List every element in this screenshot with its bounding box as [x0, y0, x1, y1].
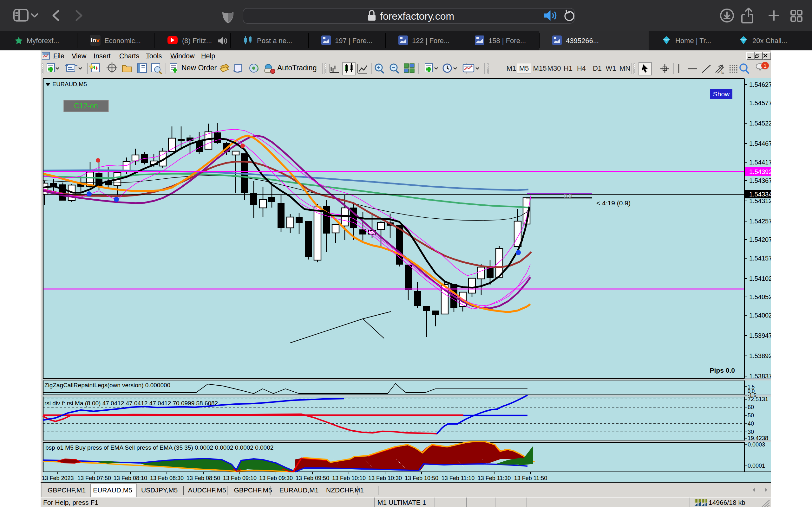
svg-text:0.0001: 0.0001 — [748, 463, 765, 469]
svg-text:1.54417: 1.54417 — [749, 159, 771, 166]
svg-text:M15: M15 — [533, 64, 547, 72]
svg-text:GBPCHF,M5: GBPCHF,M5 — [234, 487, 272, 494]
svg-text:Show: Show — [713, 90, 730, 98]
svg-text:13 Feb 08:10: 13 Feb 08:10 — [113, 475, 147, 481]
svg-text:60: 60 — [748, 404, 754, 410]
svg-text:13 Feb 11:30: 13 Feb 11:30 — [478, 475, 511, 481]
svg-text:New Order: New Order — [182, 64, 217, 72]
svg-text:13 Feb 11:10: 13 Feb 11:10 — [442, 475, 475, 481]
svg-text:0.9: 0.9 — [564, 193, 572, 199]
svg-text:1: 1 — [763, 63, 767, 69]
svg-text:rsi div f: rsi Ma (8.00) 47.04: rsi div f: rsi Ma (8.00) 47.0412 47.0412… — [44, 400, 218, 406]
svg-text:72.5131: 72.5131 — [748, 396, 768, 402]
svg-text:1.53892: 1.53892 — [749, 352, 771, 359]
svg-text:1.54334: 1.54334 — [749, 191, 771, 198]
svg-text:13 Feb 09:30: 13 Feb 09:30 — [259, 475, 293, 481]
svg-text:D1: D1 — [593, 64, 602, 72]
svg-text:1.54312: 1.54312 — [749, 198, 771, 205]
svg-text:1.53947: 1.53947 — [749, 332, 771, 339]
svg-text:H1: H1 — [564, 64, 572, 72]
svg-text:M30: M30 — [548, 64, 561, 72]
svg-text:1.54052: 1.54052 — [749, 293, 771, 300]
svg-text:13 Feb 2023: 13 Feb 2023 — [42, 475, 73, 481]
svg-text:1.54002: 1.54002 — [749, 312, 771, 319]
svg-text:13 Feb 09:10: 13 Feb 09:10 — [223, 475, 257, 481]
svg-text:C12-on: C12-on — [74, 102, 98, 110]
svg-text:13 Feb 09:50: 13 Feb 09:50 — [296, 475, 329, 481]
svg-text:0.0003: 0.0003 — [748, 441, 765, 448]
svg-text:40: 40 — [748, 420, 754, 427]
svg-text:E: E — [721, 70, 724, 75]
svg-text:< 4:19 (0.9): < 4:19 (0.9) — [596, 199, 630, 207]
svg-text:GBPCHF,M1: GBPCHF,M1 — [48, 487, 86, 494]
svg-text:1.54257: 1.54257 — [749, 218, 771, 225]
svg-text:M5: M5 — [519, 64, 529, 72]
svg-text:13 Feb 08:30: 13 Feb 08:30 — [150, 475, 184, 481]
svg-text:AutoTrading: AutoTrading — [277, 64, 316, 72]
svg-text:1.54522: 1.54522 — [749, 120, 771, 127]
svg-text:1.54392: 1.54392 — [749, 168, 771, 175]
svg-text:13 Feb 10:50: 13 Feb 10:50 — [405, 475, 438, 481]
svg-text:1.54102: 1.54102 — [749, 275, 771, 282]
svg-text:1.54627: 1.54627 — [749, 81, 771, 88]
svg-text:1.54367: 1.54367 — [749, 177, 771, 184]
svg-text:M1: M1 — [507, 64, 516, 72]
svg-text:EURAUD,M1: EURAUD,M1 — [280, 487, 319, 494]
svg-text:EURAUD,M5: EURAUD,M5 — [93, 487, 132, 494]
svg-text:13 Feb 10:10: 13 Feb 10:10 — [332, 475, 366, 481]
svg-text:13 Feb 11:50: 13 Feb 11:50 — [514, 475, 548, 481]
svg-text:13 Feb 07:50: 13 Feb 07:50 — [78, 475, 111, 481]
svg-text:Pips 0.0: Pips 0.0 — [710, 367, 735, 374]
svg-text:30: 30 — [748, 429, 754, 435]
svg-text:W1: W1 — [606, 64, 616, 72]
svg-text:50: 50 — [748, 412, 754, 418]
svg-text:1.53837: 1.53837 — [749, 373, 771, 380]
svg-text:bsp o1 M5 Buy press of EMA Sel: bsp o1 M5 Buy press of EMA Sell press of… — [45, 444, 273, 451]
svg-text:1.54467: 1.54467 — [749, 140, 771, 147]
svg-text:MN: MN — [619, 64, 630, 72]
svg-text:1.54157: 1.54157 — [749, 255, 771, 262]
svg-text:13 Feb 10:30: 13 Feb 10:30 — [368, 475, 402, 481]
svg-text:EURAUD,M5: EURAUD,M5 — [52, 81, 87, 88]
svg-text:13 Feb 08:50: 13 Feb 08:50 — [187, 475, 220, 481]
svg-text:USDJPY,M5: USDJPY,M5 — [141, 487, 177, 494]
svg-text:19.4238: 19.4238 — [748, 435, 768, 441]
svg-text:NZDCHF,M1: NZDCHF,M1 — [326, 487, 364, 494]
svg-text:forexfactory.com: forexfactory.com — [380, 10, 454, 22]
svg-text:AUDCHF,M5: AUDCHF,M5 — [188, 487, 226, 494]
svg-text:1.54207: 1.54207 — [749, 236, 771, 243]
svg-text:H4: H4 — [577, 64, 586, 72]
svg-text:1.54577: 1.54577 — [749, 100, 771, 107]
svg-text:ZigZagCallRepaintLegs(own vers: ZigZagCallRepaintLegs(own version) 0.000… — [44, 382, 170, 389]
